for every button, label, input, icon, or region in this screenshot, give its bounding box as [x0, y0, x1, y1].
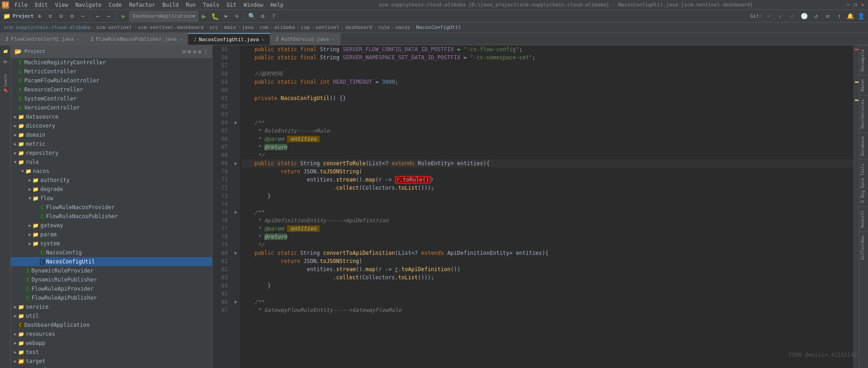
menu-git[interactable]: Git [223, 0, 240, 10]
help-btn[interactable]: ? [269, 11, 278, 21]
project-icon[interactable]: 📁 [2, 11, 12, 21]
forward-btn[interactable]: → [104, 11, 113, 21]
code-line-58[interactable]: //超时时间 [241, 70, 854, 78]
breadcrumb-part-6[interactable]: java [242, 24, 254, 30]
code-line-80[interactable]: public static String convertToApiDefinit… [241, 249, 854, 257]
code-line-84[interactable]: } [241, 282, 854, 290]
search-btn[interactable]: 🔍 [247, 11, 257, 21]
tree-item-flowrulenacosprovider[interactable]: CFlowRuleNacosProvider [11, 203, 212, 212]
git-toolbox-panel[interactable]: GitToolBox [859, 231, 868, 263]
tab-flow-rule-publisher[interactable]: J FlowRuleNacosPublisher.java ✕ [85, 33, 188, 45]
learn-icon[interactable]: Learn [1, 76, 10, 85]
tree-item-systemcontroller[interactable]: CSystemController [11, 94, 212, 103]
rest-services-panel[interactable]: RestServices [859, 95, 868, 132]
tree-item-nacosconfigutil[interactable]: CNacosConfigUtil [11, 257, 212, 266]
bookmark-icon[interactable]: 🔖 [1, 86, 10, 95]
breadcrumb-part-13[interactable]: nacos [396, 24, 410, 30]
code-line-77[interactable]: * @param entities [241, 225, 854, 233]
tab-close-4[interactable]: ✕ [332, 37, 335, 42]
code-editor[interactable]: public static final String SERVER_FLOW_C… [240, 45, 854, 368]
settings-btn[interactable]: ⚙ [258, 11, 268, 21]
recompile-panel[interactable]: Recompile [859, 45, 868, 75]
code-line-61[interactable]: private NacosConfigUtil() {} [241, 94, 854, 102]
breadcrumb-part-12[interactable]: rule [378, 24, 390, 30]
code-line-76[interactable]: * ApiDefinitionEntity----->ApiDefinition [241, 216, 854, 225]
tree-item-paramflowrulecontroller[interactable]: CParamFlowRuleController [11, 76, 212, 85]
build-btn[interactable]: ▶ [118, 11, 128, 21]
tree-item-degrade[interactable]: ▶📁degrade [11, 185, 212, 194]
menu-window[interactable]: Window [240, 0, 267, 10]
code-line-60[interactable] [241, 86, 854, 94]
debug-button[interactable]: 🐛 [210, 11, 220, 21]
tree-item-target[interactable]: ▶📁target [11, 357, 212, 366]
code-line-66[interactable]: * @param entities [241, 135, 854, 143]
vcs-time[interactable]: 🕐 [799, 11, 809, 21]
minimize-button[interactable]: − [844, 1, 852, 9]
run-button[interactable]: ▶ [199, 11, 209, 21]
vcs-compare[interactable]: ⇄ [823, 11, 833, 21]
breadcrumb-part-5[interactable]: main [224, 24, 236, 30]
tree-item-flow[interactable]: ▼📁flow [11, 194, 212, 203]
code-line-73[interactable]: } [241, 192, 854, 200]
tree-item-rule[interactable]: ▼📁rule [11, 158, 212, 167]
maven-panel[interactable]: Maven [859, 75, 868, 95]
tree-item-datasource[interactable]: ▶📁datasource [11, 112, 212, 121]
vcs-check2[interactable]: ✓ [776, 11, 786, 21]
tree-item-flowruleapipublisher[interactable]: CFlowRuleApiPublisher [11, 293, 212, 302]
tree-item-flowruleapiprovider[interactable]: CFlowRuleApiProvider [11, 284, 212, 293]
tree-item-nacos[interactable]: ▼📁nacos [11, 167, 212, 176]
menu-refactor[interactable]: Refactor [125, 0, 159, 10]
breadcrumb-part-3[interactable]: scm-sentinel-dashboard [138, 24, 204, 30]
breadcrumb-part-14[interactable]: NacosConfigUtil [416, 24, 461, 30]
coverage-btn[interactable]: ▶ [221, 11, 231, 21]
project-tool2[interactable]: ≡ [45, 11, 55, 21]
tree-item-system[interactable]: ▶📁system [11, 239, 212, 248]
code-line-56[interactable]: public static final String SERVER_NAMESP… [241, 53, 854, 62]
menu-help[interactable]: Help [267, 0, 287, 10]
menu-view[interactable]: View [52, 0, 72, 10]
redis-panel[interactable]: Redisft [859, 206, 868, 231]
close-button[interactable]: ✕ [859, 1, 866, 9]
tree-item-authority[interactable]: ▶📁authority [11, 176, 212, 185]
project-view-icon[interactable]: 📁 [1, 47, 10, 56]
tree-item-pom.xml[interactable]: Xpom.xml [11, 366, 212, 368]
code-line-63[interactable] [241, 110, 854, 119]
sync-btn[interactable]: ⇅ [193, 48, 196, 55]
tree-item-versioncontroller[interactable]: CVersionController [11, 103, 212, 112]
tree-item-dashboardapplication[interactable]: CDashboardApplication [11, 320, 212, 330]
structure-icon[interactable]: ≣ [1, 57, 10, 66]
breadcrumb-part-7[interactable]: com [259, 24, 269, 30]
menu-tools[interactable]: Tools [199, 0, 223, 10]
menu-navigate[interactable]: Navigate [72, 0, 105, 10]
code-line-81[interactable]: return JSON.toJSONString( [241, 257, 854, 265]
menu-code[interactable]: Code [105, 0, 126, 10]
tree-item-machineregistrycontroller[interactable]: CMachineRegistryController [11, 58, 212, 67]
tree-item-metric[interactable]: ▶📁metric [11, 139, 212, 148]
project-tool3[interactable]: ⊟ [56, 11, 66, 21]
tab-nacos-config-util[interactable]: J NacosConfigUtil.java ✕ [188, 33, 270, 45]
restore-button[interactable]: ❐ [852, 1, 859, 9]
expand-all-btn[interactable]: ⊞ [188, 48, 191, 55]
tab-flow-controller[interactable]: J FlowControllerV1.java ✕ [0, 33, 85, 45]
code-line-68[interactable]: */ [241, 151, 854, 159]
back-btn[interactable]: ← [93, 11, 103, 21]
tab-close-1[interactable]: ✕ [76, 37, 79, 42]
code-line-59[interactable]: public static final int READ_TIMEOUT = 3… [241, 78, 854, 86]
breadcrumb-part-11[interactable]: dashboard [345, 24, 372, 30]
code-line-62[interactable] [241, 102, 854, 110]
code-line-74[interactable] [241, 200, 854, 208]
code-line-82[interactable]: entities.stream().map(r -> r.toApiDefini… [241, 265, 854, 273]
settings-btn-panel[interactable]: ⚙ [198, 48, 201, 55]
menu-edit[interactable]: Edit [31, 0, 52, 10]
breadcrumb-part-2[interactable]: scm-sentinel [96, 24, 132, 30]
project-tool1[interactable]: ⊕ [34, 11, 44, 21]
tree-item-dynamicrulepublisher[interactable]: IDynamicRulePublisher [11, 275, 212, 284]
vcs-check3[interactable]: ✓ [788, 11, 797, 21]
database-panel[interactable]: Database [859, 132, 868, 159]
vcs-check1[interactable]: ✓ [764, 11, 774, 21]
tree-item-gateway[interactable]: ▶📁gateway [11, 221, 212, 230]
code-line-65[interactable]: * RuleEntity----->Rule [241, 127, 854, 135]
project-more[interactable]: ⋯ [78, 11, 88, 21]
breadcrumb-part-10[interactable]: sentinel [316, 24, 340, 30]
collapse-all-btn[interactable]: ⊟ [183, 48, 186, 55]
